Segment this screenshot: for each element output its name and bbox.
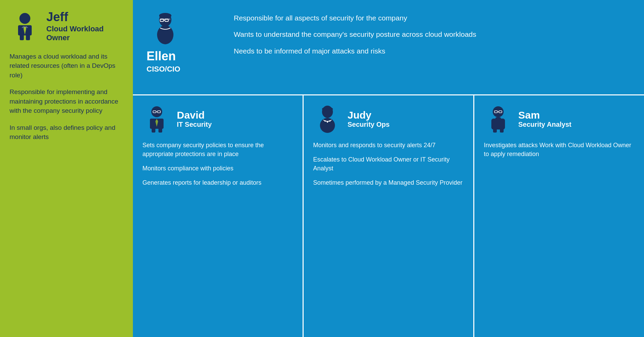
svg-point-12 bbox=[157, 25, 173, 44]
svg-point-13 bbox=[159, 13, 171, 18]
sam-icon bbox=[484, 104, 513, 133]
judy-name: Judy bbox=[348, 109, 389, 121]
jeff-bullet-1: Manages a cloud workload and its related… bbox=[10, 52, 123, 80]
svg-point-0 bbox=[19, 13, 30, 24]
ellen-bullet-2: Wants to understand the company's securi… bbox=[234, 29, 476, 40]
ellen-bullets: Responsible for all aspects of security … bbox=[234, 10, 476, 56]
ellen-bullet-3: Needs to be informed of major attacks an… bbox=[234, 46, 476, 56]
jeff-bullet-3: In small orgs, also defines policy and m… bbox=[10, 123, 123, 142]
left-panel: Jeff Cloud WorkloadOwner Manages a cloud… bbox=[0, 0, 133, 337]
jeff-name: Jeff bbox=[46, 10, 104, 24]
judy-role: Security Ops bbox=[348, 121, 389, 128]
svg-rect-34 bbox=[493, 129, 497, 133]
david-name: David bbox=[177, 109, 212, 121]
sam-header: Sam Security Analyst bbox=[484, 104, 634, 133]
david-bullet-3: Generates reports for leadership or audi… bbox=[142, 178, 293, 187]
judy-icon bbox=[313, 104, 342, 133]
david-icon bbox=[142, 104, 171, 133]
david-header: David IT Security bbox=[142, 104, 293, 133]
ellen-role: CISO/CIO bbox=[147, 65, 180, 74]
jeff-header: Jeff Cloud WorkloadOwner bbox=[10, 10, 123, 42]
svg-point-25 bbox=[327, 121, 328, 123]
sam-name: Sam bbox=[518, 109, 571, 121]
judy-bullet-3: Sometimes performed by a Managed Securit… bbox=[313, 178, 464, 187]
bottom-section: David IT Security Sets company security … bbox=[133, 95, 644, 337]
ellen-icon bbox=[147, 10, 184, 48]
david-panel: David IT Security Sets company security … bbox=[133, 95, 304, 337]
ellen-name: Ellen bbox=[147, 49, 176, 63]
svg-point-26 bbox=[329, 120, 331, 122]
ellen-header: Ellen CISO/CIO bbox=[147, 10, 221, 74]
david-bullet-2: Monitors compliance with policies bbox=[142, 164, 293, 173]
judy-bullet-1: Monitors and responds to security alerts… bbox=[313, 141, 464, 150]
jeff-bullet-2: Responsible for implementing and maintai… bbox=[10, 87, 123, 116]
svg-point-27 bbox=[322, 107, 333, 111]
ellen-section: Ellen CISO/CIO Responsible for all aspec… bbox=[133, 0, 644, 95]
svg-rect-33 bbox=[495, 117, 501, 121]
svg-rect-20 bbox=[152, 128, 155, 133]
david-bullet-1: Sets company security policies to ensure… bbox=[142, 141, 293, 158]
david-role: IT Security bbox=[177, 121, 212, 128]
svg-point-24 bbox=[324, 120, 326, 122]
judy-bullet-2: Escalates to Cloud Workload Owner or IT … bbox=[313, 155, 464, 173]
svg-rect-5 bbox=[20, 35, 24, 40]
jeff-icon bbox=[10, 11, 40, 42]
svg-point-23 bbox=[320, 118, 335, 133]
right-panel: Ellen CISO/CIO Responsible for all aspec… bbox=[133, 0, 644, 337]
ellen-bullet-1: Responsible for all aspects of security … bbox=[234, 13, 476, 23]
svg-rect-6 bbox=[26, 35, 30, 40]
judy-panel: Judy Security Ops Monitors and responds … bbox=[304, 95, 474, 337]
sam-panel: Sam Security Analyst Investigates attack… bbox=[474, 95, 644, 337]
judy-header: Judy Security Ops bbox=[313, 104, 464, 133]
svg-rect-35 bbox=[500, 129, 504, 133]
sam-bullet-1: Investigates attacks Work with Cloud Wor… bbox=[484, 141, 634, 158]
jeff-role: Cloud WorkloadOwner bbox=[46, 25, 104, 42]
svg-rect-21 bbox=[158, 128, 162, 133]
sam-role: Security Analyst bbox=[518, 121, 571, 128]
